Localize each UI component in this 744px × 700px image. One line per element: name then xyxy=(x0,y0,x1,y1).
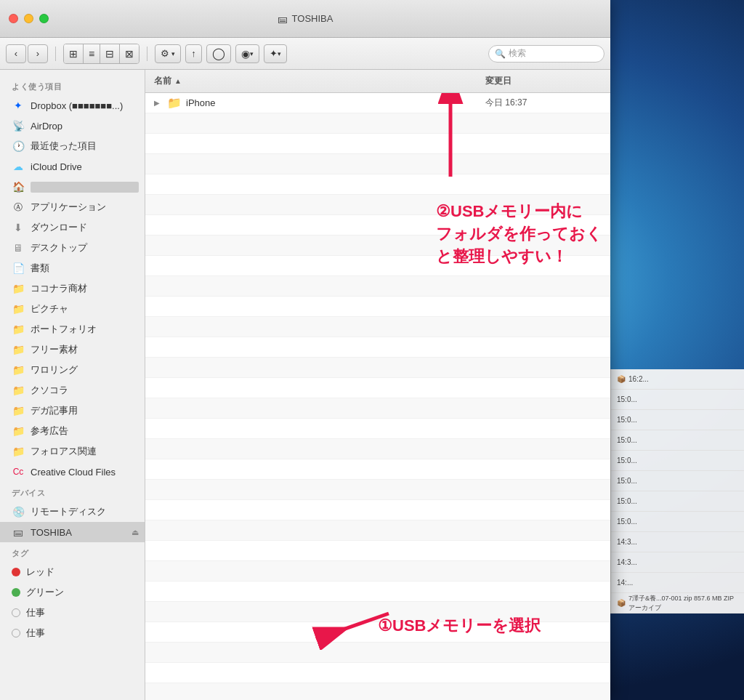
bottom-row-10: 14:3... xyxy=(611,552,744,573)
downloads-icon: ⬇ xyxy=(12,221,25,234)
sidebar-item-dropbox[interactable]: ✦ Dropbox (■■■■■■■...) xyxy=(0,95,145,116)
title-bar: 🖴 TOSHIBA xyxy=(0,0,610,38)
bottom-row-8: 15:0... xyxy=(611,512,744,532)
sidebar-item-pictures[interactable]: 📁 ピクチャ xyxy=(0,299,145,319)
minimize-button[interactable] xyxy=(24,14,33,23)
file-label: iPhone xyxy=(186,97,215,108)
sidebar-item-label: ポートフォリオ xyxy=(31,323,139,336)
sidebar-item-label: 仕事 xyxy=(26,606,139,619)
empty-row-14 xyxy=(145,378,610,398)
tag-button[interactable]: ◉ ▾ xyxy=(235,44,259,63)
sidebar-item-label: AirDrop xyxy=(31,121,139,132)
view-list-button[interactable]: ≡ xyxy=(84,44,100,63)
sidebar-item-icloud[interactable]: ☁ iCloud Drive xyxy=(0,156,145,177)
view-coverflow-button[interactable]: ⊠ xyxy=(120,44,139,63)
dropbox-icon: ✦ xyxy=(12,99,25,112)
sidebar-item-label: 仕事 xyxy=(26,627,139,640)
sidebar-item-home[interactable]: 🏠 ■■■■■■ xyxy=(0,177,145,197)
empty-row-22 xyxy=(145,541,610,561)
sidebar-item-label: ピクチャ xyxy=(31,302,139,315)
arrange-button[interactable]: ⚙ ▾ xyxy=(155,44,181,63)
sidebar-item-apps[interactable]: Ⓐ アプリケーション xyxy=(0,197,145,217)
view-mode-buttons: ⊞ ≡ ⊟ ⊠ xyxy=(63,44,140,64)
folder-icon: 📁 xyxy=(12,302,25,315)
forward-button[interactable]: › xyxy=(28,44,48,63)
search-box[interactable]: 🔍 検索 xyxy=(488,45,604,63)
file-list[interactable]: ▶ 📁 iPhone 今日 16:37 xyxy=(145,93,610,700)
sidebar-item-tag-work1[interactable]: 仕事 xyxy=(0,603,145,623)
folder-icon: 📁 xyxy=(12,425,25,438)
sidebar-item-label: デガ記事用 xyxy=(31,404,139,417)
close-button[interactable] xyxy=(9,14,18,23)
sidebar-item-remote[interactable]: 💿 リモートディスク xyxy=(0,502,145,522)
file-date-iphone: 今日 16:37 xyxy=(485,97,602,109)
home-icon: 🏠 xyxy=(12,180,25,193)
tag-dot-green xyxy=(12,588,20,597)
empty-row-1 xyxy=(145,113,610,134)
sidebar-item-label: クソコラ xyxy=(31,384,139,397)
sidebar-item-tag-work2[interactable]: 仕事 xyxy=(0,623,145,643)
arrange-arrow: ▾ xyxy=(171,50,175,57)
sidebar-item-label: iCloud Drive xyxy=(31,161,139,172)
sidebar-item-free[interactable]: 📁 フリー素材 xyxy=(0,339,145,360)
sidebar-item-label: レッド xyxy=(26,566,139,579)
recents-icon: 🕐 xyxy=(12,140,25,153)
expand-arrow[interactable]: ▶ xyxy=(154,99,160,107)
apps-icon: Ⓐ xyxy=(12,201,25,214)
sidebar-item-coconara[interactable]: 📁 ココナラ商材 xyxy=(0,278,145,299)
sidebar-item-label: ココナラ商材 xyxy=(31,282,139,295)
empty-row-24 xyxy=(145,582,610,602)
folder-icon: 📁 xyxy=(12,404,25,417)
bottom-row-7: 15:0... xyxy=(611,491,744,512)
empty-row-29 xyxy=(145,683,610,700)
bottom-row-1: 📦16:2... xyxy=(611,369,744,390)
sidebar-item-waro[interactable]: 📁 ワロリング xyxy=(0,360,145,380)
action-button[interactable]: ↑ xyxy=(185,44,202,63)
sidebar-item-desktop[interactable]: 🖥 デスクトップ xyxy=(0,238,145,258)
maximize-button[interactable] xyxy=(39,14,49,23)
sidebar-item-airdrop[interactable]: 📡 AirDrop xyxy=(0,116,145,136)
usb-drive-icon: 🖴 xyxy=(12,526,25,539)
bottom-row-12: 📦7澤子&養...07-001 zip 857.6 MB ZIPアーカイブ xyxy=(611,593,744,613)
folder-icon: 📁 xyxy=(12,384,25,397)
search-placeholder: 検索 xyxy=(509,47,526,60)
sidebar-item-portfolio[interactable]: 📁 ポートフォリオ xyxy=(0,319,145,339)
empty-row-11 xyxy=(145,317,610,337)
folder-icon: 📁 xyxy=(12,343,25,356)
sidebar-item-tag-red[interactable]: レッド xyxy=(0,562,145,582)
sidebar-item-label: フォロアス関連 xyxy=(31,445,139,458)
dropbox-button[interactable]: ✦ ▾ xyxy=(264,44,287,63)
eject-icon[interactable]: ⏏ xyxy=(132,528,139,537)
empty-row-10 xyxy=(145,297,610,317)
sidebar-item-label: ダウンロード xyxy=(31,221,139,234)
sidebar-item-follow[interactable]: 📁 フォロアス関連 xyxy=(0,441,145,462)
sidebar-item-toshiba[interactable]: 🖴 TOSHIBA ⏏ xyxy=(0,522,145,542)
empty-row-17 xyxy=(145,439,610,459)
sidebar-item-label: Creative Cloud Files xyxy=(31,467,139,478)
sidebar-item-label: ■■■■■■ xyxy=(31,182,139,193)
sidebar-item-dega[interactable]: 📁 デガ記事用 xyxy=(0,401,145,421)
sidebar-item-sanko[interactable]: 📁 参考広告 xyxy=(0,421,145,441)
zip-icon2: 📦 xyxy=(617,599,626,607)
view-column-button[interactable]: ⊟ xyxy=(100,44,120,63)
view-icon-button[interactable]: ⊞ xyxy=(64,44,84,63)
back-button[interactable]: ‹ xyxy=(6,44,26,63)
file-row-iphone[interactable]: ▶ 📁 iPhone 今日 16:37 xyxy=(145,93,610,113)
empty-row-12 xyxy=(145,337,610,358)
share-button[interactable]: ◯ xyxy=(206,44,231,63)
sidebar-item-creative[interactable]: Cc Creative Cloud Files xyxy=(0,462,145,482)
empty-row-9 xyxy=(145,276,610,297)
dropbox-arrow: ▾ xyxy=(278,50,281,57)
empty-row-7 xyxy=(145,236,610,256)
sidebar-item-kusokora[interactable]: 📁 クソコラ xyxy=(0,380,145,401)
sidebar-item-tag-green[interactable]: グリーン xyxy=(0,582,145,603)
sidebar-item-downloads[interactable]: ⬇ ダウンロード xyxy=(0,217,145,238)
empty-row-6 xyxy=(145,215,610,236)
airdrop-icon: 📡 xyxy=(12,119,25,132)
favorites-header: よく使う項目 xyxy=(0,76,145,95)
sidebar-item-recents[interactable]: 🕐 最近使った項目 xyxy=(0,136,145,156)
empty-row-25 xyxy=(145,602,610,622)
tag-dot-empty2 xyxy=(12,629,20,637)
sidebar-item-docs[interactable]: 📄 書類 xyxy=(0,258,145,278)
finder-window: 🖴 TOSHIBA ‹ › ⊞ ≡ ⊟ ⊠ ⚙ ▾ ↑ ◯ ◉ ▾ ✦ ▾ xyxy=(0,0,610,700)
